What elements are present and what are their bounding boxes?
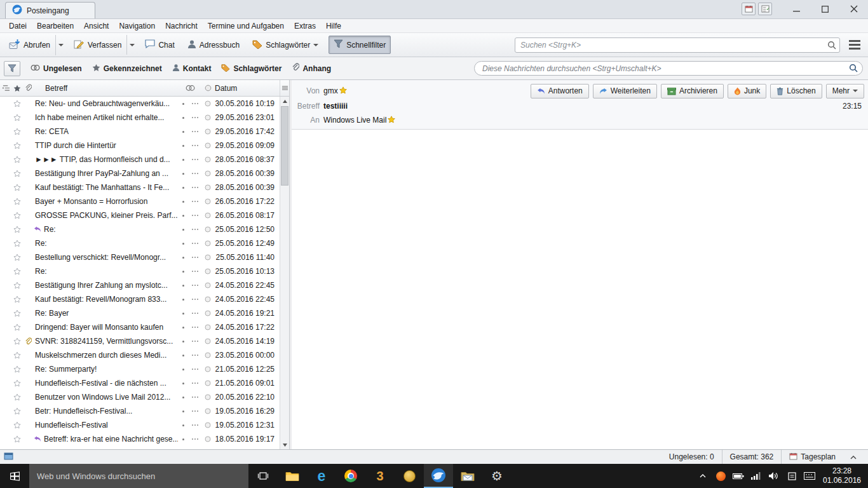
message-list-row[interactable]: Dringend: Bayer will Monsanto kaufen 24.… <box>0 320 280 334</box>
message-list-row[interactable]: Muskelschmerzen durch dieses Medi... 23.… <box>0 348 280 362</box>
read-status-icon[interactable] <box>202 114 214 121</box>
thunderbird-taskbar-icon[interactable] <box>424 464 453 488</box>
menu-extras[interactable]: Extras <box>289 20 321 32</box>
antivirus-tray-icon[interactable] <box>712 471 729 481</box>
read-status-icon[interactable] <box>202 240 214 247</box>
filter-contact-toggle[interactable]: Kontakt <box>172 64 212 74</box>
message-list-row[interactable]: Hundefleisch-Festival - die nächsten ...… <box>0 376 280 390</box>
read-status-icon[interactable] <box>202 422 214 428</box>
read-status-icon[interactable] <box>202 128 214 135</box>
filter-tags-toggle[interactable]: Schlagwörter <box>221 64 281 74</box>
to-value[interactable]: Windows Live Mail <box>323 116 395 125</box>
taskbar-search-input[interactable] <box>29 471 248 481</box>
filter-starred-toggle[interactable]: Gekennzeichnet <box>92 64 162 74</box>
app-3-icon[interactable]: 3 <box>365 464 395 488</box>
read-status-icon[interactable] <box>202 212 214 219</box>
read-status-icon[interactable] <box>202 226 214 233</box>
star-icon[interactable] <box>11 212 23 219</box>
today-pane-button[interactable]: Tagesplan <box>781 450 864 464</box>
message-list-row[interactable]: Benutzer von Windows Live Mail 2012... 2… <box>0 390 280 404</box>
delete-button[interactable]: Löschen <box>770 84 822 98</box>
file-explorer-icon[interactable] <box>278 464 307 488</box>
read-status-icon[interactable] <box>202 100 214 107</box>
message-list-row[interactable]: Re: CETA 29.05.2016 17:42 <box>0 125 280 139</box>
compose-dropdown[interactable] <box>126 35 137 55</box>
read-status-icon[interactable] <box>202 282 214 288</box>
battery-icon[interactable] <box>729 472 747 480</box>
column-header-read[interactable] <box>202 80 214 96</box>
column-header-date[interactable]: Datum <box>214 80 280 96</box>
get-mail-dropdown[interactable] <box>55 35 66 55</box>
star-icon[interactable] <box>11 421 23 429</box>
read-status-icon[interactable] <box>202 156 214 163</box>
star-icon[interactable] <box>11 128 23 135</box>
global-search-input[interactable] <box>515 37 840 53</box>
message-list-row[interactable]: Ich habe meinen Artikel nicht erhalte...… <box>0 111 280 125</box>
read-status-icon[interactable] <box>202 142 214 149</box>
read-status-icon[interactable] <box>202 366 214 372</box>
star-icon[interactable] <box>11 142 23 149</box>
message-list-row[interactable]: Re: Bayer 24.05.2016 19:21 <box>0 306 280 320</box>
scrollbar-thumb[interactable] <box>281 106 288 186</box>
star-icon[interactable] <box>11 170 23 177</box>
column-picker-button[interactable] <box>280 80 289 96</box>
message-list-row[interactable]: TTIP durch die Hintertür 29.05.2016 09:0… <box>0 139 280 152</box>
star-icon[interactable] <box>11 281 23 289</box>
message-list-row[interactable]: ►►► TTIP, das Hormonfleisch und d... 28.… <box>0 152 280 166</box>
star-icon[interactable] <box>11 295 23 303</box>
contact-star-icon[interactable] <box>339 86 347 96</box>
message-list-row[interactable]: Re: Neu- und Gebrauchtwagenverkäu... 30.… <box>0 97 280 111</box>
star-icon[interactable] <box>11 114 23 121</box>
message-list-row[interactable]: SVNR: 3188241159, Vermittlungsvorsc... 2… <box>0 334 280 348</box>
star-icon[interactable] <box>11 240 23 247</box>
read-status-icon[interactable] <box>202 352 214 358</box>
star-icon[interactable] <box>11 323 23 331</box>
message-list-row[interactable]: Hundefleisch-Festival 19.05.2016 12:31 <box>0 418 280 432</box>
star-icon[interactable] <box>11 365 23 373</box>
edge-icon[interactable]: e <box>307 464 336 488</box>
message-body[interactable] <box>292 130 868 449</box>
message-list-row[interactable]: Re: 25.05.2016 12:50 <box>0 222 280 236</box>
notes-tray-icon[interactable] <box>783 472 801 480</box>
sticky-filter-button[interactable] <box>4 61 20 76</box>
reply-button[interactable]: Antworten <box>531 84 589 98</box>
message-list-row[interactable]: Bestätigung Ihrer Zahlung an myslotc... … <box>0 278 280 292</box>
star-icon[interactable] <box>11 379 23 387</box>
star-icon[interactable] <box>11 156 23 163</box>
menu-hilfe[interactable]: Hilfe <box>321 20 346 32</box>
read-status-icon[interactable] <box>202 310 214 316</box>
filter-attachment-toggle[interactable]: Anhang <box>292 63 331 74</box>
quickfilter-toggle-button[interactable]: Schnellfilter <box>329 36 391 54</box>
column-header-starred[interactable] <box>11 80 23 96</box>
star-icon[interactable] <box>11 435 23 443</box>
read-status-icon[interactable] <box>202 436 214 442</box>
column-header-thread[interactable] <box>0 80 11 96</box>
menu-ansicht[interactable]: Ansicht <box>79 20 114 32</box>
column-header-status[interactable] <box>178 80 202 96</box>
task-view-button[interactable] <box>248 464 278 488</box>
message-list-row[interactable]: Re: Summerparty! 21.05.2016 12:25 <box>0 362 280 376</box>
message-list-row[interactable]: GROSSE PACKUNG, kleiner Preis. Parf... 2… <box>0 208 280 222</box>
star-icon[interactable] <box>11 309 23 317</box>
coin-app-icon[interactable] <box>395 464 424 488</box>
star-icon[interactable] <box>11 254 23 261</box>
read-status-icon[interactable] <box>202 170 214 177</box>
read-status-icon[interactable] <box>202 254 214 261</box>
read-status-icon[interactable] <box>202 296 214 302</box>
message-list-row[interactable]: Kauf bestätigt: The Manhattans - It Fe..… <box>0 180 280 194</box>
keyboard-icon[interactable] <box>801 472 818 480</box>
from-value[interactable]: gmx <box>323 86 347 96</box>
star-icon[interactable] <box>11 226 23 233</box>
start-button[interactable] <box>0 464 29 488</box>
menu-navigation[interactable]: Navigation <box>114 20 160 32</box>
minimize-button[interactable] <box>782 0 811 18</box>
star-icon[interactable] <box>11 393 23 401</box>
mail-folder-icon[interactable] <box>453 464 482 488</box>
quickfilter-search-input[interactable] <box>474 61 863 76</box>
message-list-row[interactable]: Betr: Hundefleisch-Festival... 19.05.201… <box>0 404 280 418</box>
star-icon[interactable] <box>11 184 23 191</box>
volume-icon[interactable] <box>765 471 783 480</box>
read-status-icon[interactable] <box>202 268 214 274</box>
scroll-up-arrow[interactable] <box>280 97 289 105</box>
scroll-down-arrow[interactable] <box>280 440 289 449</box>
